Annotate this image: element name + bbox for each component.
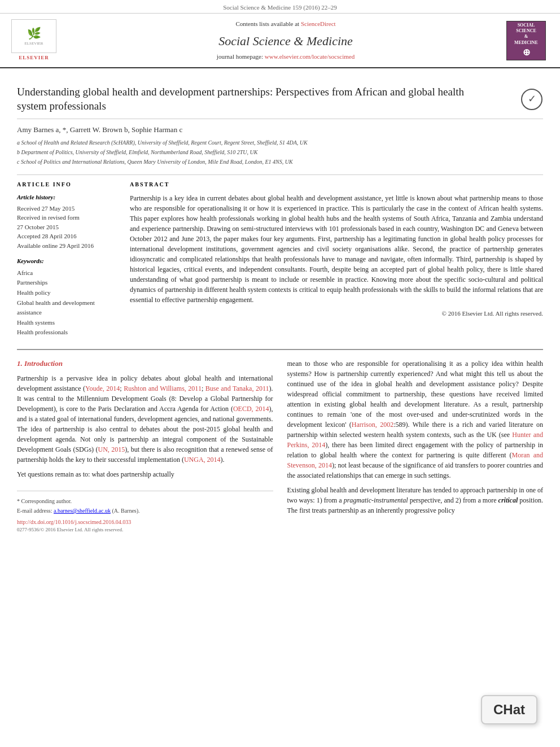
logo-detail: ELSEVIER — [24, 41, 43, 47]
journal-badge: SOCIAL SCIENCE & MEDICINE ⊕ — [506, 21, 546, 60]
sciencedirect-link[interactable]: ScienceDirect — [301, 20, 336, 27]
ref-unga[interactable]: UNGA, 2014 — [184, 456, 221, 464]
article-authors: Amy Barnes a, *, Garrett W. Brown b, Sop… — [17, 125, 543, 135]
article-content: Understanding global health and developm… — [0, 68, 560, 542]
homepage-url[interactable]: www.elsevier.com/locate/socscimed — [265, 53, 355, 60]
section1-heading: 1. Introduction — [17, 359, 273, 369]
elsevier-wordmark: ELSEVIER — [19, 54, 49, 62]
corresponding-author: * Corresponding author. — [17, 497, 273, 505]
elsevier-logo-section: 🌿 ELSEVIER ELSEVIER — [11, 19, 68, 62]
badge-icon: ⊕ — [523, 47, 530, 59]
body-right: mean to those who are responsible for op… — [287, 359, 544, 534]
crossmark-icon: ✓ — [521, 89, 542, 110]
history-title: Article history: — [17, 193, 119, 202]
received-date: Received 27 May 2015 — [17, 204, 119, 213]
body-left: 1. Introduction Partnership is a pervasi… — [17, 359, 273, 534]
journal-title: Social Science & Medicine — [218, 33, 353, 50]
keywords-section: Keywords: AfricaPartnershipsHealth polic… — [17, 257, 119, 338]
footnotes: * Corresponding author. E-mail address: … — [17, 491, 273, 515]
email-link[interactable]: a.barnes@sheffield.ac.uk — [54, 508, 111, 514]
ref-moran[interactable]: Moran and Stevenson, 2014 — [287, 451, 544, 469]
article-history: Article history: Received 27 May 2015 Re… — [17, 193, 119, 251]
keyword-item: Global health and development assistance — [17, 298, 119, 318]
received-revised-label: Received in revised form — [17, 213, 119, 222]
ref-buse[interactable]: Buse and Tanaka, 2011 — [205, 385, 269, 392]
journal-header-center: Contents lists available at ScienceDirec… — [73, 19, 498, 62]
article-title-section: Understanding global health and developm… — [17, 77, 543, 119]
doi-line: http://dx.doi.org/10.1016/j.socscimed.20… — [17, 518, 273, 526]
ref-harrison[interactable]: Harrison, 2002 — [352, 421, 393, 429]
keyword-item: Partnerships — [17, 278, 119, 288]
keyword-list: AfricaPartnershipsHealth policyGlobal he… — [17, 268, 119, 338]
keywords-label: Keywords: — [17, 257, 119, 265]
accepted-date: Accepted 28 April 2016 — [17, 231, 119, 241]
journal-header: 🌿 ELSEVIER ELSEVIER Contents lists avail… — [0, 14, 560, 68]
article-info-abstract: ARTICLE INFO Article history: Received 2… — [17, 174, 543, 338]
article-info-label: ARTICLE INFO — [17, 181, 119, 189]
crossmark-badge[interactable]: ✓ — [520, 88, 543, 111]
ref-hunter[interactable]: Hunter and Perkins, 2014 — [287, 431, 544, 449]
revised-date: 27 October 2015 — [17, 222, 119, 232]
sciencedirect-line: Contents lists available at ScienceDirec… — [235, 20, 335, 28]
copyright: © 2016 Elsevier Ltd. All rights reserved… — [130, 309, 543, 318]
issn-line: 0277-9536/© 2016 Elsevier Ltd. All right… — [17, 526, 273, 534]
body-para-1: Partnership is a pervasive idea in polic… — [17, 373, 273, 465]
keyword-item: Health professionals — [17, 327, 119, 338]
ref-rushton[interactable]: Rushton and Williams, 2011 — [124, 385, 202, 392]
affiliation-b: b Department of Politics, University of … — [17, 148, 543, 156]
journal-badge-section: SOCIAL SCIENCE & MEDICINE ⊕ — [504, 19, 549, 62]
available-date: Available online 29 April 2016 — [17, 241, 119, 251]
body-right-para-1: mean to those who are responsible for op… — [287, 359, 544, 480]
abstract-label: ABSTRACT — [130, 181, 543, 189]
article-info-column: ARTICLE INFO Article history: Received 2… — [17, 181, 119, 338]
affiliation-c: c School of Politics and International R… — [17, 158, 543, 166]
affiliations: a School of Health and Related Research … — [17, 138, 543, 166]
elsevier-logo: 🌿 ELSEVIER ELSEVIER — [11, 19, 56, 62]
affiliation-a: a School of Health and Related Research … — [17, 138, 543, 147]
logo-image: 🌿 ELSEVIER — [11, 19, 56, 53]
abstract-column: ABSTRACT Partnership is a key idea in cu… — [130, 181, 543, 338]
tree-icon: 🌿 — [27, 25, 41, 41]
ref-un[interactable]: UN, 2015 — [98, 445, 125, 453]
body-right-para-2: Existing global health and development l… — [287, 485, 544, 516]
doi-url[interactable]: http://dx.doi.org/10.1016/j.socscimed.20… — [17, 519, 131, 525]
article-title: Understanding global health and developm… — [17, 85, 464, 113]
email-line: E-mail address: a.barnes@sheffield.ac.uk… — [17, 506, 273, 515]
homepage-line: journal homepage: www.elsevier.com/locat… — [217, 53, 355, 61]
keyword-item: Africa — [17, 268, 119, 278]
main-body: 1. Introduction Partnership is a pervasi… — [17, 349, 543, 534]
ref-oecd[interactable]: OECD, 2014 — [233, 405, 269, 413]
journal-top-bar: Social Science & Medicine 159 (2016) 22–… — [0, 0, 560, 14]
chat-button[interactable]: CHat — [481, 695, 537, 724]
ref-youde[interactable]: Youde, 2014 — [85, 385, 120, 392]
keyword-item: Health systems — [17, 318, 119, 328]
history-items: Received 27 May 2015 Received in revised… — [17, 204, 119, 251]
keyword-item: Health policy — [17, 288, 119, 298]
abstract-text: Partnership is a key idea in current deb… — [130, 193, 543, 305]
body-para-2: Yet questions remain as to: what does pa… — [17, 469, 273, 479]
journal-citation: Social Science & Medicine 159 (2016) 22–… — [223, 4, 337, 11]
